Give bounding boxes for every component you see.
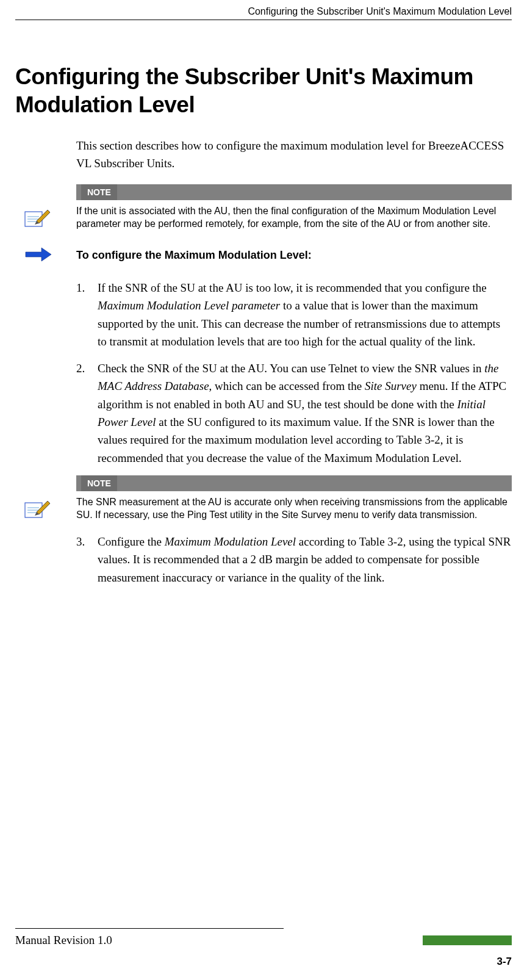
step-3-italic: Maximum Modulation Level <box>165 535 296 548</box>
footer-revision-text: Manual Revision 1.0 <box>15 934 112 947</box>
footer-rule <box>15 928 284 929</box>
step-2-text-b: , which can be accessed from the <box>209 380 365 392</box>
step-2-italic-2: Site Survey <box>365 380 417 392</box>
step-2-text-a: Check the SNR of the SU at the AU. You c… <box>98 362 484 375</box>
ordered-steps: If the SNR of the SU at the AU is too lo… <box>76 279 512 467</box>
page-number: 3-7 <box>15 956 512 968</box>
footer-green-block <box>423 935 512 945</box>
note-label: NOTE <box>81 184 117 200</box>
task-heading: To configure the Maximum Modulation Leve… <box>76 249 512 262</box>
ordered-steps-cont: Configure the Maximum Modulation Level a… <box>76 533 512 586</box>
step-1: If the SNR of the SU at the AU is too lo… <box>76 279 512 351</box>
note-block-1: NOTE If the unit is associated with the … <box>76 184 512 231</box>
footer-line: Manual Revision 1.0 <box>15 932 512 948</box>
page-title: Configuring the Subscriber Unit's Maximu… <box>15 63 512 120</box>
note-text-1: If the unit is associated with the AU, t… <box>76 205 512 231</box>
running-head: Configuring the Subscriber Unit's Maximu… <box>15 6 512 20</box>
svg-marker-4 <box>26 248 51 261</box>
arrow-right-icon <box>24 245 52 264</box>
note-header-bar: NOTE <box>76 184 512 200</box>
note-pencil-icon <box>24 497 52 521</box>
step-1-italic: Maximum Modulation Level parameter <box>98 299 280 312</box>
note-pencil-icon <box>24 206 52 230</box>
note-text-2: The SNR measurement at the AU is accurat… <box>76 496 512 522</box>
intro-paragraph: This section describes how to configure … <box>76 137 512 173</box>
note-header-bar: NOTE <box>76 475 512 491</box>
step-2: Check the SNR of the SU at the AU. You c… <box>76 359 512 467</box>
step-1-text-a: If the SNR of the SU at the AU is too lo… <box>98 281 487 294</box>
step-3-text-a: Configure the <box>98 535 165 548</box>
page-footer: Manual Revision 1.0 3-7 <box>15 928 512 968</box>
task-heading-row: To configure the Maximum Modulation Leve… <box>76 249 512 262</box>
page: Configuring the Subscriber Unit's Maximu… <box>0 0 527 980</box>
step-2-text-d: at the SU configured to its maximum valu… <box>98 416 495 464</box>
content-block: This section describes how to configure … <box>76 137 512 587</box>
note-block-2: NOTE The SNR measurement at the AU is ac… <box>76 475 512 522</box>
step-3: Configure the Maximum Modulation Level a… <box>76 533 512 586</box>
note-label: NOTE <box>81 475 117 491</box>
